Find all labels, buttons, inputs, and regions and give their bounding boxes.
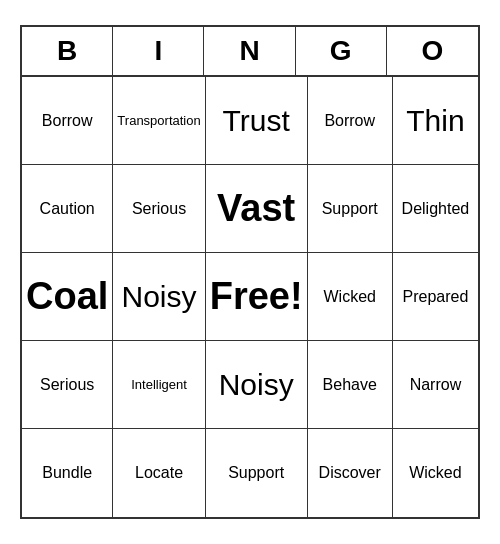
cell-r1-c0: Caution	[22, 165, 113, 253]
cell-text: Borrow	[324, 111, 375, 130]
cell-r4-c3: Discover	[308, 429, 393, 517]
cell-text: Borrow	[42, 111, 93, 130]
cell-r2-c2: Free!	[206, 253, 308, 341]
cell-r2-c1: Noisy	[113, 253, 205, 341]
header-letter: N	[204, 27, 295, 75]
cell-r0-c2: Trust	[206, 77, 308, 165]
cell-r4-c4: Wicked	[393, 429, 478, 517]
cell-text: Vast	[217, 186, 295, 232]
cell-text: Prepared	[402, 287, 468, 306]
cell-text: Coal	[26, 274, 108, 320]
cell-r0-c0: Borrow	[22, 77, 113, 165]
cell-r3-c2: Noisy	[206, 341, 308, 429]
cell-r1-c3: Support	[308, 165, 393, 253]
cell-text: Wicked	[409, 463, 461, 482]
cell-r1-c1: Serious	[113, 165, 205, 253]
cell-text: Support	[228, 463, 284, 482]
cell-text: Noisy	[219, 367, 294, 403]
cell-r3-c0: Serious	[22, 341, 113, 429]
cell-text: Wicked	[323, 287, 375, 306]
cell-r2-c3: Wicked	[308, 253, 393, 341]
header-letter: B	[22, 27, 113, 75]
cell-text: Serious	[132, 199, 186, 218]
cell-text: Trust	[223, 103, 290, 139]
cell-r4-c2: Support	[206, 429, 308, 517]
cell-r3-c4: Narrow	[393, 341, 478, 429]
cell-r1-c4: Delighted	[393, 165, 478, 253]
cell-text: Thin	[406, 103, 464, 139]
cell-text: Behave	[323, 375, 377, 394]
cell-r2-c4: Prepared	[393, 253, 478, 341]
cell-text: Support	[322, 199, 378, 218]
cell-text: Bundle	[42, 463, 92, 482]
cell-text: Discover	[319, 463, 381, 482]
cell-text: Serious	[40, 375, 94, 394]
bingo-card: BINGO BorrowTransportationTrustBorrowThi…	[20, 25, 480, 519]
cell-text: Transportation	[117, 113, 200, 129]
bingo-grid: BorrowTransportationTrustBorrowThinCauti…	[22, 77, 478, 517]
header-letter: O	[387, 27, 478, 75]
cell-text: Noisy	[122, 279, 197, 315]
cell-r0-c4: Thin	[393, 77, 478, 165]
cell-text: Free!	[210, 274, 303, 320]
cell-r0-c1: Transportation	[113, 77, 205, 165]
cell-text: Locate	[135, 463, 183, 482]
cell-r3-c1: Intelligent	[113, 341, 205, 429]
bingo-header: BINGO	[22, 27, 478, 77]
cell-r4-c1: Locate	[113, 429, 205, 517]
cell-r3-c3: Behave	[308, 341, 393, 429]
cell-text: Intelligent	[131, 377, 187, 393]
cell-r4-c0: Bundle	[22, 429, 113, 517]
cell-text: Caution	[40, 199, 95, 218]
cell-r1-c2: Vast	[206, 165, 308, 253]
header-letter: G	[296, 27, 387, 75]
cell-r2-c0: Coal	[22, 253, 113, 341]
cell-r0-c3: Borrow	[308, 77, 393, 165]
header-letter: I	[113, 27, 204, 75]
cell-text: Delighted	[402, 199, 470, 218]
cell-text: Narrow	[410, 375, 462, 394]
